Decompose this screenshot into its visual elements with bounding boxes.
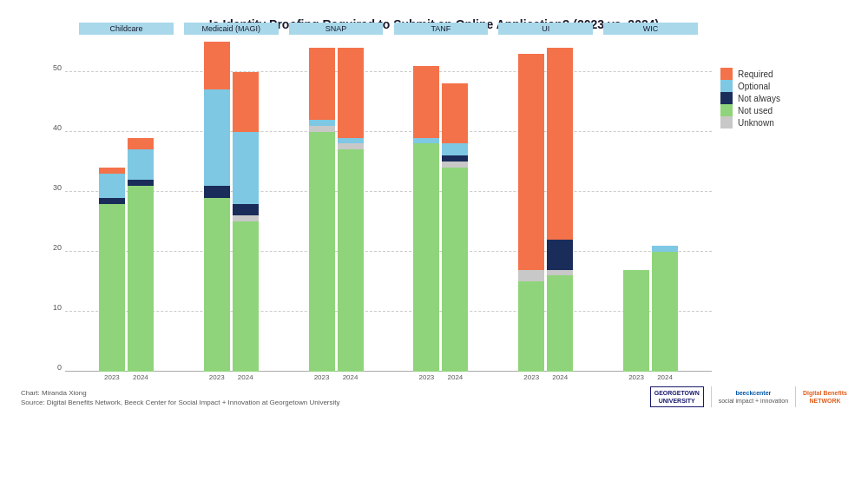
source-text: Source: Digital Benefits Network, Beeck … [21, 398, 340, 407]
footer-left: Chart: Miranda Xiong Source: Digital Ben… [21, 388, 340, 407]
bar-group-5 [598, 246, 703, 372]
legend-swatch-unknown [720, 116, 733, 129]
bar-segment-unknown-2-1 [338, 143, 364, 149]
bar-segment-not_used-2-1 [338, 149, 364, 372]
beeck-logo: beeckcentersocial impact + innovation [719, 389, 788, 405]
bar-segment-not_always-3-1 [442, 155, 468, 162]
georgetown-logo: GEORGETOWNUNIVERSITY [650, 386, 704, 407]
legend-item-not-used: Not used [720, 104, 851, 116]
bar-segment-optional-0-1 [128, 149, 154, 180]
logo-divider-2 [795, 386, 796, 407]
bar-group-4 [493, 48, 598, 372]
bars-container [65, 42, 712, 372]
y-axis: 0 10 20 30 40 50 [17, 42, 65, 372]
bar-segment-not_used-1-0 [204, 198, 230, 372]
cat-tab-ui: UI [493, 23, 598, 35]
bar-col-2-0 [309, 48, 335, 372]
bar-col-1-0 [204, 42, 230, 372]
bar-col-1-1 [233, 72, 259, 372]
bar-col-4-0 [518, 54, 544, 372]
bar-segment-optional-2-0 [309, 120, 335, 126]
logo-divider-1 [711, 386, 712, 407]
x-group-4: 20232024 [493, 373, 598, 381]
bar-segment-not_used-5-0 [623, 270, 649, 372]
bar-segment-unknown-1-1 [233, 215, 259, 221]
bar-segment-not_used-0-1 [128, 186, 154, 372]
cat-tab-medicaid--magi-: Medicaid (MAGI) [179, 23, 284, 35]
bar-segment-optional-3-0 [413, 138, 439, 144]
legend-label-not-used: Not used [738, 106, 773, 115]
legend-swatch-required [720, 68, 733, 80]
bar-segment-unknown-4-1 [547, 270, 573, 276]
x-axis-labels: 2023202420232024202320242023202420232024… [65, 373, 712, 381]
bar-segment-optional-1-1 [233, 132, 259, 204]
x-group-3: 20232024 [388, 373, 493, 381]
y-tick-30: 30 [53, 183, 62, 192]
bar-segment-not_used-2-0 [309, 132, 335, 372]
bar-group-1 [179, 42, 284, 372]
y-tick-40: 40 [53, 123, 62, 132]
bar-segment-not_always-1-1 [233, 204, 259, 216]
bar-segment-required-3-0 [413, 66, 439, 138]
bar-segment-required-0-1 [128, 138, 154, 150]
legend-item-unknown: Unknown [720, 116, 851, 129]
y-tick-0: 0 [57, 363, 62, 372]
bar-segment-required-1-1 [233, 72, 259, 132]
legend-item-required: Required [720, 68, 851, 80]
bar-segment-not_used-5-1 [652, 252, 678, 372]
bar-col-0-0 [99, 168, 125, 372]
bar-segment-not_always-0-1 [128, 180, 154, 186]
bar-group-2 [284, 48, 389, 372]
x-group-2: 20232024 [284, 373, 389, 381]
x-label-4-0: 2023 [518, 373, 544, 381]
legend-swatch-not-always [720, 92, 733, 104]
bar-segment-unknown-2-0 [309, 126, 335, 132]
bar-segment-not_used-0-0 [99, 204, 125, 372]
bar-segment-optional-5-1 [652, 246, 678, 252]
bar-segment-not_used-3-1 [442, 168, 468, 372]
bar-group-0 [74, 138, 179, 372]
cat-tab-tanf: TANF [388, 23, 493, 35]
legend-item-optional: Optional [720, 80, 851, 92]
y-tick-20: 20 [53, 243, 62, 252]
x-label-3-0: 2023 [413, 373, 439, 381]
x-group-5: 20232024 [598, 373, 703, 381]
footer-logos: GEORGETOWNUNIVERSITY beeckcentersocial i… [650, 386, 847, 407]
bar-segment-required-3-1 [442, 83, 468, 143]
x-label-3-1: 2024 [442, 373, 468, 381]
legend-swatch-not-used [720, 104, 733, 116]
chart-credit: Chart: Miranda Xiong [21, 388, 340, 398]
bar-col-5-0 [623, 270, 649, 372]
bar-col-3-0 [413, 66, 439, 372]
bar-segment-optional-3-1 [442, 143, 468, 155]
bar-segment-required-4-1 [547, 48, 573, 240]
chart-container: Is Identity Proofing Required to Submit … [0, 0, 868, 488]
x-label-0-1: 2024 [128, 373, 154, 381]
legend-label-optional: Optional [738, 82, 770, 91]
legend: Required Optional Not always Not used Un… [720, 68, 851, 129]
x-label-1-1: 2024 [233, 373, 259, 381]
bar-segment-not_used-4-0 [518, 281, 544, 372]
bar-segment-required-2-0 [309, 48, 335, 120]
bar-segment-required-1-0 [204, 42, 230, 89]
x-label-5-1: 2024 [652, 373, 678, 381]
bar-col-4-1 [547, 48, 573, 372]
bar-segment-optional-2-1 [338, 138, 364, 144]
x-group-1: 20232024 [179, 373, 284, 381]
cat-tab-childcare: Childcare [74, 23, 179, 35]
chart-plot-area: ChildcareMedicaid (MAGI)SNAPTANFUIWIC [65, 42, 712, 372]
bar-segment-not_used-1-1 [233, 221, 259, 372]
legend-label-required: Required [738, 69, 773, 79]
cat-tab-snap: SNAP [284, 23, 389, 35]
bar-segment-required-2-1 [338, 48, 364, 138]
bar-segment-not_always-0-0 [99, 198, 125, 204]
bar-group-3 [388, 66, 493, 372]
bar-segment-unknown-4-0 [518, 270, 544, 282]
category-tabs: ChildcareMedicaid (MAGI)SNAPTANFUIWIC [65, 23, 712, 35]
bar-segment-not_always-1-0 [204, 186, 230, 198]
bar-col-2-1 [338, 48, 364, 372]
bar-col-5-1 [652, 246, 678, 372]
x-label-0-0: 2023 [99, 373, 125, 381]
x-group-0: 20232024 [74, 373, 179, 381]
bar-segment-not_used-3-0 [413, 143, 439, 372]
